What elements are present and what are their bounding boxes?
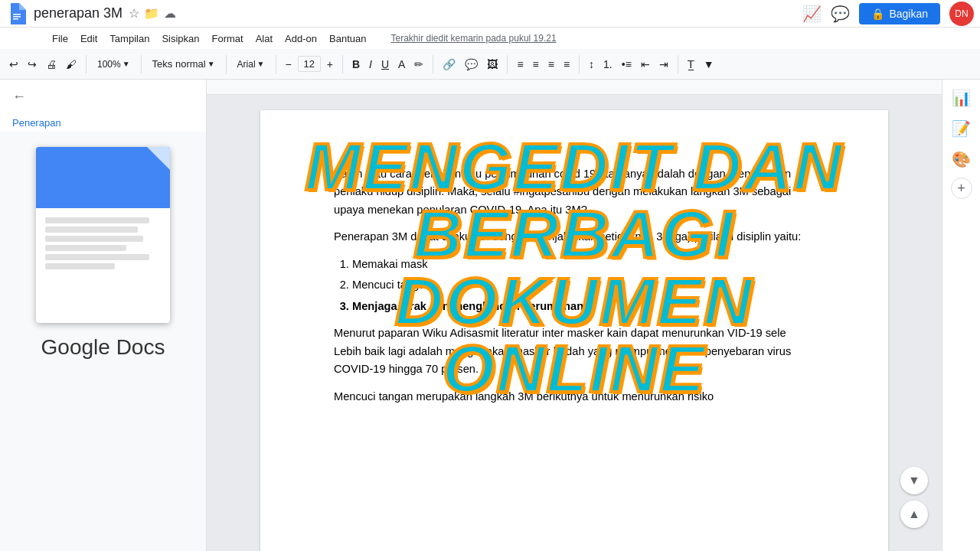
separator-1 [86, 55, 87, 73]
zoom-value: 100% [97, 59, 121, 70]
link-button[interactable]: 🔗 [439, 57, 459, 72]
doc-thumb-top [36, 147, 170, 208]
separator-3 [226, 55, 227, 73]
doc-title-icons: ☆ 📁 ☁ [129, 6, 176, 21]
more-options-button[interactable]: ▼ [701, 57, 717, 72]
paragraph-3: Menurut paparan Wiku Adisasmit literatur… [334, 324, 815, 378]
doc-thumb-lines [36, 208, 170, 323]
thumbnail-area: Google Docs [0, 132, 206, 551]
comment-icon[interactable]: 💬 [831, 5, 850, 23]
thumb-line-1 [45, 217, 149, 223]
separator-2 [141, 55, 142, 73]
undo-button[interactable]: ↩ [6, 57, 21, 72]
menu-alat[interactable]: Alat [250, 31, 279, 46]
doc-title: penerapan 3M [34, 5, 122, 21]
font-name-dropdown[interactable]: Arial ▼ [233, 57, 270, 71]
thumb-line-2 [45, 227, 138, 233]
text-style-dropdown[interactable]: Teks normal ▼ [148, 57, 220, 71]
star-icon[interactable]: ☆ [129, 6, 139, 21]
separator-5 [342, 55, 343, 73]
svg-rect-0 [13, 14, 21, 15]
bulleted-list-button[interactable]: •≡ [619, 57, 635, 72]
thumb-line-3 [45, 236, 143, 242]
menu-bantuan[interactable]: Bantuan [323, 31, 372, 46]
ruler [207, 80, 942, 95]
text-style-arrow-icon: ▼ [207, 60, 215, 68]
last-edited-text: Terakhir diedit kemarin pada pukul 19.21 [384, 31, 562, 45]
sidebar-header: ← [0, 80, 206, 114]
decrease-indent-button[interactable]: ⇤ [638, 57, 653, 72]
svg-rect-1 [13, 16, 21, 18]
menu-tampilan[interactable]: Tampilan [103, 31, 155, 46]
google-docs-branding: Google Docs [41, 335, 165, 360]
paragraph-1: Salah satu cara menekan laju pertumbuhan… [334, 165, 815, 219]
share-button[interactable]: 🔒 Bagikan [859, 3, 940, 24]
doc-thumb-fold-icon [147, 147, 170, 170]
sidebar-doc-item[interactable]: Penerapan [0, 114, 206, 132]
image-button[interactable]: 🖼 [484, 57, 501, 72]
clear-format-button[interactable]: T̲ [684, 57, 697, 72]
align-left-button[interactable]: ≡ [514, 57, 526, 72]
lock-icon: 🔒 [871, 8, 884, 20]
align-right-button[interactable]: ≡ [545, 57, 557, 72]
separator-4 [276, 55, 276, 73]
paint-format-button[interactable]: 🖌 [63, 57, 80, 72]
justify-button[interactable]: ≡ [560, 57, 573, 72]
separator-6 [433, 55, 433, 73]
thumb-line-6 [45, 263, 115, 269]
font-arrow-icon: ▼ [257, 60, 265, 68]
svg-rect-2 [13, 18, 18, 20]
line-spacing-button[interactable]: ↕ [586, 57, 597, 72]
highlight-button[interactable]: ✏ [411, 57, 426, 72]
text-color-button[interactable]: A [395, 57, 408, 72]
doc-text-content: Salah satu cara menekan laju pertumbuhan… [334, 165, 815, 406]
font-size-input[interactable] [298, 56, 321, 72]
left-sidebar: ← Penerapan Google Docs [0, 80, 207, 551]
redo-button[interactable]: ↪ [24, 57, 40, 72]
separator-8 [579, 55, 580, 73]
share-button-label: Bagikan [889, 8, 928, 20]
right-panel: 📊 📝 🎨 + [942, 80, 980, 551]
document-area[interactable]: MENGEDIT DAN BERBAGI DOKUMEN ONLINE Sala… [207, 80, 942, 551]
align-center-button[interactable]: ≡ [530, 57, 542, 72]
back-arrow-icon[interactable]: ← [12, 89, 26, 105]
menu-sisipkan[interactable]: Sisipkan [155, 31, 205, 46]
avatar[interactable]: DN [949, 2, 974, 26]
doc-thumbnail [36, 147, 170, 323]
comment-button[interactable]: 💬 [462, 57, 481, 72]
navigate-up-button[interactable]: ▲ [900, 500, 928, 528]
list-item-1: Memakai mask [352, 256, 815, 273]
add-panel-icon[interactable]: + [951, 178, 972, 199]
menu-file[interactable]: File [46, 31, 74, 46]
bottom-nav: ▼ ▲ [900, 467, 928, 528]
text-style-label: Teks normal [152, 58, 206, 70]
thumb-line-4 [45, 245, 126, 251]
menu-edit[interactable]: Edit [74, 31, 103, 46]
bold-button[interactable]: B [349, 57, 363, 72]
palette-panel-icon[interactable]: 🎨 [949, 147, 974, 171]
print-button[interactable]: 🖨 [43, 57, 60, 72]
increase-font-button[interactable]: + [324, 57, 336, 72]
main-area: ← Penerapan Google Docs [0, 80, 980, 551]
menu-format[interactable]: Format [206, 31, 250, 46]
menu-addon[interactable]: Add-on [279, 31, 323, 46]
top-right-controls: 📈 💬 🔒 Bagikan DN [802, 2, 974, 26]
notes-panel-icon[interactable]: 📝 [949, 116, 974, 141]
list-item-2: Mencuci tangan [352, 276, 815, 294]
separator-9 [678, 55, 678, 73]
thumb-line-5 [45, 254, 149, 260]
increase-indent-button[interactable]: ⇥ [656, 57, 671, 72]
navigate-down-button[interactable]: ▼ [900, 467, 928, 494]
zoom-arrow-icon: ▼ [122, 60, 130, 68]
separator-7 [507, 55, 508, 73]
activity-icon[interactable]: 📈 [802, 5, 822, 23]
zoom-dropdown[interactable]: 100% ▼ [93, 57, 135, 71]
folder-icon[interactable]: 📁 [144, 6, 159, 21]
numbered-list-button[interactable]: 1. [600, 57, 616, 72]
cloud-icon[interactable]: ☁ [164, 6, 176, 21]
italic-button[interactable]: I [366, 57, 375, 72]
explore-panel-icon[interactable]: 📊 [949, 86, 974, 110]
doc-content: MENGEDIT DAN BERBAGI DOKUMEN ONLINE Sala… [260, 110, 888, 551]
decrease-font-button[interactable]: − [283, 57, 295, 72]
underline-button[interactable]: U [378, 57, 392, 72]
